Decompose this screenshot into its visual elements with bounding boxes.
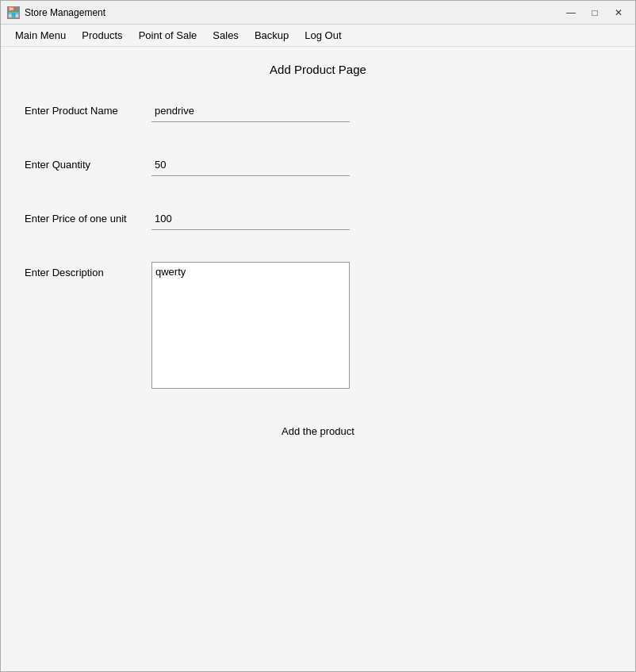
price-group: Enter Price of one unit [25, 208, 611, 230]
price-label: Enter Price of one unit [25, 208, 151, 225]
page-title: Add Product Page [25, 63, 611, 76]
menu-item-backup[interactable]: Backup [247, 26, 297, 44]
main-window: 🏪 Store Management — □ ✕ Main Menu Produ… [0, 0, 636, 672]
menu-item-main-menu[interactable]: Main Menu [7, 26, 74, 44]
window-title: Store Management [25, 7, 561, 18]
description-textarea[interactable]: qwerty [151, 262, 350, 389]
product-name-label: Enter Product Name [25, 100, 151, 117]
menu-item-sales[interactable]: Sales [205, 26, 247, 44]
quantity-label: Enter Quantity [25, 154, 151, 171]
product-name-group: Enter Product Name [25, 100, 611, 122]
menu-bar: Main Menu Products Point of Sale Sales B… [1, 25, 635, 47]
price-input[interactable] [151, 208, 350, 230]
title-bar-controls: — □ ✕ [561, 5, 629, 21]
product-name-input[interactable] [151, 100, 350, 122]
menu-item-log-out[interactable]: Log Out [297, 26, 349, 44]
maximize-button[interactable]: □ [584, 5, 605, 21]
minimize-button[interactable]: — [561, 5, 581, 21]
description-label: Enter Description [25, 262, 151, 278]
close-button[interactable]: ✕ [608, 5, 629, 21]
content-area: Add Product Page Enter Product Name Ente… [1, 47, 635, 671]
app-icon: 🏪 [7, 6, 20, 19]
menu-item-products[interactable]: Products [74, 26, 130, 44]
description-group: Enter Description qwerty [25, 262, 611, 389]
menu-item-point-of-sale[interactable]: Point of Sale [131, 26, 205, 44]
title-bar: 🏪 Store Management — □ ✕ [1, 1, 635, 25]
quantity-group: Enter Quantity [25, 154, 611, 176]
submit-container: Add the product [25, 420, 611, 442]
quantity-input[interactable] [151, 154, 350, 176]
add-product-button[interactable]: Add the product [269, 420, 367, 442]
